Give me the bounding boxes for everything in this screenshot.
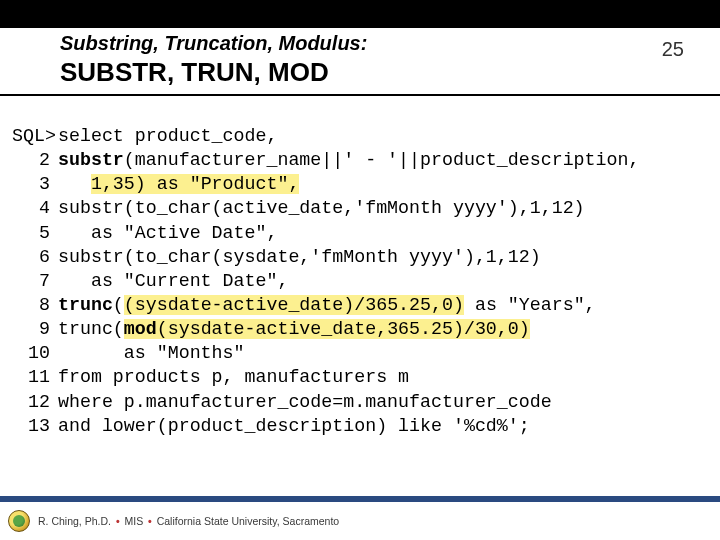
title-block: Substring, Truncation, Modulus: SUBSTR, … bbox=[60, 32, 367, 88]
slide-header: Substring, Truncation, Modulus: SUBSTR, … bbox=[0, 28, 720, 96]
footer-dept: MIS bbox=[124, 515, 143, 527]
code-line: 7 as "Current Date", bbox=[12, 269, 708, 293]
line-number: 6 bbox=[12, 245, 58, 269]
code-segment: where p.manufacturer_code=m.manufacturer… bbox=[58, 392, 552, 412]
top-black-bar bbox=[0, 0, 720, 28]
code-segment: as "Months" bbox=[58, 343, 245, 363]
code-segment: as "Active Date", bbox=[58, 223, 277, 243]
footer-author: R. Ching, Ph.D. bbox=[38, 515, 111, 527]
line-number: SQL> bbox=[12, 124, 58, 148]
code-line: 6substr(to_char(sysdate,'fmMonth yyyy'),… bbox=[12, 245, 708, 269]
footer-org: California State University, Sacramento bbox=[157, 515, 339, 527]
code-segment: and lower(product_description) like '%cd… bbox=[58, 416, 530, 436]
code-segment: trunc( bbox=[58, 319, 124, 339]
code-segment: mod bbox=[124, 319, 157, 339]
code-segment: as "Current Date", bbox=[58, 271, 288, 291]
code-line: 8trunc((sysdate-active_date)/365.25,0) a… bbox=[12, 293, 708, 317]
line-number: 3 bbox=[12, 172, 58, 196]
code-segment: from products p, manufacturers m bbox=[58, 367, 409, 387]
code-segment: as "Years", bbox=[464, 295, 596, 315]
code-line: 9trunc(mod(sysdate-active_date,365.25)/3… bbox=[12, 317, 708, 341]
line-number: 8 bbox=[12, 293, 58, 317]
code-segment: (sysdate-active_date,365.25)/30,0) bbox=[157, 319, 530, 339]
line-number: 11 bbox=[12, 365, 58, 389]
line-number: 2 bbox=[12, 148, 58, 172]
main-title: SUBSTR, TRUN, MOD bbox=[60, 57, 367, 88]
code-segment: 1,35) as "Product", bbox=[91, 174, 299, 194]
line-number: 10 bbox=[12, 341, 58, 365]
line-number: 9 bbox=[12, 317, 58, 341]
code-line: 11from products p, manufacturers m bbox=[12, 365, 708, 389]
line-number: 4 bbox=[12, 196, 58, 220]
line-number: 7 bbox=[12, 269, 58, 293]
code-segment: (sysdate-active_date)/365.25,0) bbox=[124, 295, 464, 315]
bullet-icon: • bbox=[146, 515, 154, 527]
subtitle-text: Substring, Truncation, Modulus: bbox=[60, 32, 367, 55]
code-segment: substr(to_char(sysdate,'fmMonth yyyy'),1… bbox=[58, 247, 541, 267]
footer-text: R. Ching, Ph.D. • MIS • California State… bbox=[38, 515, 339, 527]
footer-bar: R. Ching, Ph.D. • MIS • California State… bbox=[0, 496, 720, 540]
code-segment: select product_code, bbox=[58, 126, 277, 146]
bullet-icon: • bbox=[114, 515, 122, 527]
code-segment: trunc bbox=[58, 295, 113, 315]
seal-icon bbox=[8, 510, 30, 532]
line-number: 5 bbox=[12, 221, 58, 245]
code-line: 12where p.manufacturer_code=m.manufactur… bbox=[12, 390, 708, 414]
code-line: 4substr(to_char(active_date,'fmMonth yyy… bbox=[12, 196, 708, 220]
code-segment: substr(to_char(active_date,'fmMonth yyyy… bbox=[58, 198, 585, 218]
code-segment: ( bbox=[113, 295, 124, 315]
code-line: 5 as "Active Date", bbox=[12, 221, 708, 245]
sql-code-block: SQL>select product_code,2substr(manufact… bbox=[0, 96, 720, 438]
code-line: 2substr(manufacturer_name||' - '||produc… bbox=[12, 148, 708, 172]
page-number: 25 bbox=[662, 38, 684, 61]
code-segment bbox=[58, 174, 91, 194]
line-number: 13 bbox=[12, 414, 58, 438]
code-line: 3 1,35) as "Product", bbox=[12, 172, 708, 196]
code-line: SQL>select product_code, bbox=[12, 124, 708, 148]
code-line: 13and lower(product_description) like '%… bbox=[12, 414, 708, 438]
code-segment: substr bbox=[58, 150, 124, 170]
code-segment: (manufacturer_name||' - '||product_descr… bbox=[124, 150, 640, 170]
code-line: 10 as "Months" bbox=[12, 341, 708, 365]
line-number: 12 bbox=[12, 390, 58, 414]
